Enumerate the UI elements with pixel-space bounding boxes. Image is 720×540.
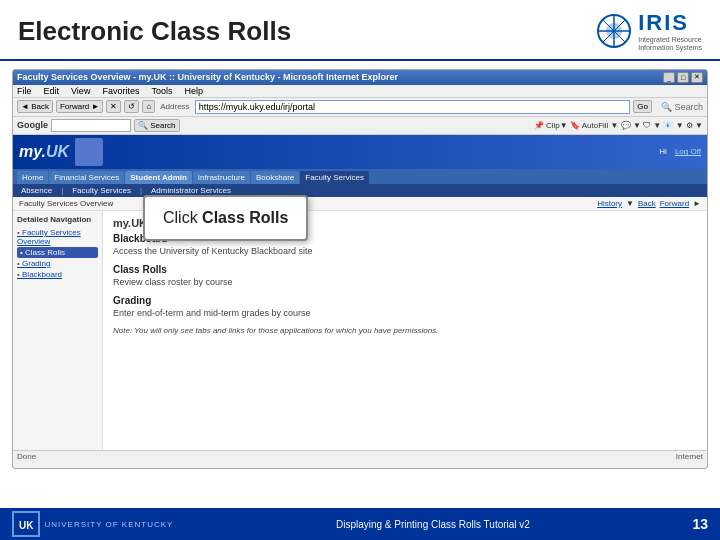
tab-student-admin[interactable]: Student Admin [125,171,192,184]
uk-logo-box: UK [12,511,40,537]
nav-tabs: Home Financial Services Student Admin In… [13,169,707,184]
browser-title-bar: Faculty Services Overview - my.UK :: Uni… [13,70,707,85]
subnav-faculty-services[interactable]: Faculty Services [68,185,135,196]
maximize-button[interactable]: □ [677,72,689,83]
myuk-logo: my.UK [19,143,69,161]
callout-box: Click Class Rolls [143,195,308,241]
browser-google-toolbar: Google 🔍 Search 📌 Clip▼ 🔖 AutoFill ▼ 💬 ▼… [13,117,707,135]
forward-button[interactable]: Forward ► [56,100,103,113]
uk-text: UK [19,520,33,531]
iris-logo-text: IRIS Integrated ResourceInformation Syst… [638,10,702,53]
uk-logo-bar: UK UNIVERSITY OF KENTUCKY [12,511,173,537]
section-heading-class-rolls: Class Rolls [113,264,697,275]
section-heading-grading: Grading [113,295,697,306]
left-nav-blackboard[interactable]: Blackboard [17,269,98,280]
university-name: UNIVERSITY OF KENTUCKY [44,520,173,529]
toolbar-extras: 📌 Clip▼ 🔖 AutoFill ▼ 💬 ▼ 🛡 ▼ 📧 ▼ ⚙ ▼ [534,121,703,130]
zone-text: Internet [676,452,703,461]
close-button[interactable]: ✕ [691,72,703,83]
breadcrumb-nav: History ▼ Back Forward ► [597,199,701,208]
section-text-grading: Enter end-of-term and mid-term grades by… [113,308,697,318]
menu-tools[interactable]: Tools [151,86,172,96]
google-search-input[interactable] [51,119,131,132]
stop-button[interactable]: ✕ [106,100,121,113]
tab-infrastructure[interactable]: Infrastructure [193,171,250,184]
section-text-class-rolls: Review class roster by course [113,277,697,287]
section-class-rolls: Class Rolls Review class roster by cours… [113,264,697,287]
subnav-absence[interactable]: Absence [17,185,56,196]
tab-financial-services[interactable]: Financial Services [49,171,124,184]
note-text: Note: You will only see tabs and links f… [113,326,697,335]
menu-edit[interactable]: Edit [44,86,60,96]
google-label: Google [17,120,48,130]
browser-window: Faculty Services Overview - my.UK :: Uni… [12,69,708,469]
myuk-logout[interactable]: Log Off [675,147,701,156]
go-button[interactable]: Go [633,100,652,113]
footer-left: UK UNIVERSITY OF KENTUCKY [12,511,173,537]
slide-header: Electronic Class Rolls IRIS Integrated R… [0,0,720,61]
left-nav-class-rolls[interactable]: Class Rolls [17,247,98,258]
browser-status-bar: Done Internet [13,450,707,462]
refresh-button[interactable]: ↺ [124,100,139,113]
home-button[interactable]: ⌂ [142,100,155,113]
google-search-button[interactable]: 🔍 Search [134,119,180,132]
back-button[interactable]: ◄ Back [17,100,53,113]
myuk-welcome: Hi [659,147,667,156]
browser-win-controls: _ □ ✕ [663,72,703,83]
left-navigation: Detailed Navigation Faculty Services Ove… [13,211,103,450]
section-grading: Grading Enter end-of-term and mid-term g… [113,295,697,318]
left-nav-faculty-overview[interactable]: Faculty Services Overview [17,227,98,247]
browser-content: my.UK Hi Log Off Home Financial Services… [13,135,707,450]
myuk-header-image [75,138,103,166]
forward-link[interactable]: Forward [660,199,689,208]
menu-help[interactable]: Help [184,86,203,96]
iris-logo: IRIS Integrated ResourceInformation Syst… [596,10,702,53]
menu-view[interactable]: View [71,86,90,96]
tab-bookshare[interactable]: Bookshare [251,171,299,184]
page-body: Detailed Navigation Faculty Services Ove… [13,211,707,450]
iris-logo-icon [596,13,632,49]
footer-tutorial-text: Displaying & Printing Class Rolls Tutori… [336,519,530,530]
breadcrumb-bar: Faculty Services Overview History ▼ Back… [13,197,707,211]
address-bar[interactable] [195,100,631,114]
browser-toolbar: ◄ Back Forward ► ✕ ↺ ⌂ Address Go 🔍 Sear… [13,98,707,117]
minimize-button[interactable]: _ [663,72,675,83]
main-content-area: my.UK Faculty Services Overview Blackboa… [103,211,707,450]
left-nav-grading[interactable]: Grading [17,258,98,269]
tab-faculty-services[interactable]: Faculty Services [300,171,369,184]
page-label: Faculty Services Overview [19,199,113,208]
slide-title: Electronic Class Rolls [18,16,291,47]
history-link[interactable]: History [597,199,622,208]
footer-page-number: 13 [692,516,708,532]
browser-title-text: Faculty Services Overview - my.UK :: Uni… [17,72,398,82]
browser-menubar: File Edit View Favorites Tools Help [13,85,707,98]
menu-file[interactable]: File [17,86,32,96]
left-nav-title: Detailed Navigation [17,215,98,224]
menu-favorites[interactable]: Favorites [102,86,139,96]
search-label: 🔍 Search [661,102,703,112]
slide-footer: UK UNIVERSITY OF KENTUCKY Displaying & P… [0,508,720,540]
tab-home[interactable]: Home [17,171,48,184]
sub-nav: Absence | Faculty Services | Administrat… [13,184,707,197]
callout-bold-text: Class Rolls [202,209,288,226]
section-text-blackboard: Access the University of Kentucky Blackb… [113,246,697,256]
status-text: Done [17,452,36,461]
myuk-header: my.UK Hi Log Off [13,135,707,169]
back-link[interactable]: Back [638,199,656,208]
callout-text: Click [163,209,202,226]
address-label: Address [158,102,191,111]
